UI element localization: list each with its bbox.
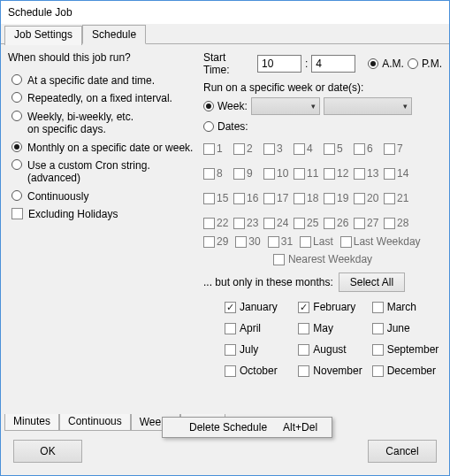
checkbox-icon	[263, 168, 275, 180]
week-label: Week:	[217, 100, 248, 112]
month-september[interactable]: September	[372, 340, 442, 359]
radio-icon	[11, 159, 22, 170]
date-11[interactable]: 11	[294, 163, 324, 184]
date-9[interactable]: 9	[233, 163, 263, 184]
option-monthly[interactable]: Monthly on a specific date or week.	[8, 142, 198, 154]
pm-label: P.M.	[422, 58, 442, 70]
pm-radio[interactable]	[408, 58, 418, 69]
date-18[interactable]: 18	[294, 188, 324, 209]
date-3[interactable]: 3	[263, 138, 294, 159]
ok-button[interactable]: OK	[13, 440, 82, 463]
date-2[interactable]: 2	[233, 138, 263, 159]
cancel-button[interactable]: Cancel	[368, 440, 437, 463]
date-21[interactable]: 21	[384, 188, 414, 209]
checkbox-icon	[263, 193, 275, 204]
option-continuous[interactable]: Continuously	[8, 190, 198, 203]
main-tabbar: Job Settings Schedule	[1, 24, 449, 44]
date-23[interactable]: 23	[233, 212, 263, 234]
window-title: Schedule Job	[1, 1, 449, 24]
option-specific[interactable]: At a specific date and time.	[8, 74, 198, 87]
dates-radio[interactable]	[203, 121, 214, 132]
date-16[interactable]: 16	[233, 188, 263, 209]
option-repeated[interactable]: Repeatedly, on a fixed interval.	[8, 92, 198, 104]
radio-icon	[11, 74, 22, 85]
dates-row: Dates:	[203, 120, 442, 133]
month-march[interactable]: March	[372, 297, 442, 317]
date-6[interactable]: 6	[354, 138, 384, 159]
tab-job-settings[interactable]: Job Settings	[4, 26, 82, 45]
month-january[interactable]: January	[225, 297, 294, 317]
checkbox-icon	[298, 344, 309, 356]
date-12[interactable]: 12	[324, 163, 354, 184]
dates-label: Dates:	[217, 120, 248, 133]
nearest-weekday[interactable]: Nearest Weekday	[203, 253, 442, 265]
date-13[interactable]: 13	[354, 163, 384, 184]
dates-grid: 1234567891011121314151617181920212223242…	[203, 138, 442, 234]
month-june[interactable]: June	[372, 319, 442, 338]
checkbox-icon	[354, 143, 365, 155]
select-all-button[interactable]: Select All	[339, 273, 405, 292]
date-15[interactable]: 15	[203, 188, 233, 209]
date-1[interactable]: 1	[203, 138, 233, 159]
option-cron[interactable]: Use a custom Cron string. (advanced)	[8, 159, 198, 185]
content-area: When should this job run? At a specific …	[1, 44, 449, 414]
month-february[interactable]: February	[298, 297, 368, 317]
date-25[interactable]: 25	[294, 212, 324, 234]
excluding-holidays-label: Excluding Holidays	[28, 208, 118, 220]
option-continuous-label: Continuously	[27, 190, 88, 203]
start-minute-input[interactable]	[311, 55, 355, 73]
checkbox-icon	[263, 218, 275, 229]
date-last[interactable]: Last	[300, 235, 333, 248]
radio-icon	[11, 92, 22, 103]
month-april[interactable]: April	[225, 319, 294, 338]
date-30[interactable]: 30	[235, 235, 260, 248]
date-20[interactable]: 20	[354, 188, 384, 209]
menu-delete-schedule[interactable]: Delete Schedule Alt+Del	[163, 418, 332, 437]
start-hour-input[interactable]	[257, 55, 301, 73]
date-last-weekday[interactable]: Last Weekday	[340, 235, 421, 248]
btab-minutes[interactable]: Minutes	[4, 414, 59, 431]
date-29[interactable]: 29	[203, 235, 228, 248]
radio-icon	[11, 111, 22, 121]
checkbox-icon	[372, 323, 384, 334]
week-day-combo[interactable]: ▾	[324, 97, 412, 115]
date-22[interactable]: 22	[203, 212, 233, 234]
tab-schedule[interactable]: Schedule	[82, 25, 146, 44]
week-ordinal-combo[interactable]: ▾	[251, 97, 320, 115]
date-24[interactable]: 24	[263, 212, 294, 234]
checkbox-icon	[11, 208, 23, 219]
date-8[interactable]: 8	[203, 163, 233, 184]
excluding-holidays[interactable]: Excluding Holidays	[8, 208, 198, 220]
option-weekly[interactable]: Weekly, bi-weekly, etc. on specific days…	[8, 111, 198, 136]
checkbox-icon	[384, 218, 395, 229]
context-menu: Delete Schedule Alt+Del	[162, 417, 332, 438]
checkbox-icon	[294, 218, 305, 229]
date-31[interactable]: 31	[268, 235, 293, 248]
date-14[interactable]: 14	[384, 163, 414, 184]
am-radio[interactable]	[368, 58, 378, 69]
date-19[interactable]: 19	[324, 188, 354, 209]
month-august[interactable]: August	[298, 340, 368, 359]
date-26[interactable]: 26	[324, 212, 354, 234]
month-november[interactable]: November	[298, 361, 368, 380]
months-header: ... but only in these months: Select All	[203, 273, 442, 292]
date-5[interactable]: 5	[324, 138, 354, 159]
month-december[interactable]: December	[372, 361, 442, 380]
date-10[interactable]: 10	[263, 163, 294, 184]
date-28[interactable]: 28	[384, 212, 414, 234]
chevron-down-icon: ▾	[403, 102, 408, 111]
radio-icon	[11, 190, 22, 201]
date-17[interactable]: 17	[263, 188, 294, 209]
checkbox-icon	[324, 168, 335, 180]
week-radio[interactable]	[203, 101, 214, 111]
date-27[interactable]: 27	[354, 212, 384, 234]
month-october[interactable]: October	[225, 361, 294, 380]
btab-continuous[interactable]: Continuous	[59, 414, 131, 431]
month-july[interactable]: July	[225, 340, 294, 359]
chevron-down-icon: ▾	[311, 102, 316, 111]
date-7[interactable]: 7	[384, 138, 414, 159]
date-4[interactable]: 4	[294, 138, 324, 159]
month-may[interactable]: May	[298, 319, 368, 338]
checkbox-icon	[324, 218, 335, 229]
checkbox-icon	[225, 302, 236, 313]
